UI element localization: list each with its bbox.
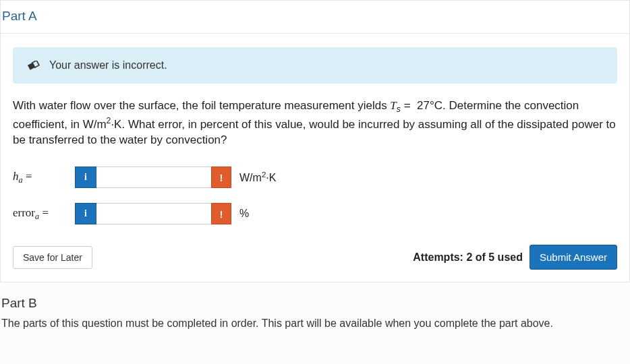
part-a-title: Part A (1, 9, 629, 24)
ha-input[interactable] (96, 166, 211, 188)
error-indicator-error: ! (211, 203, 231, 224)
question-text: With water flow over the surface, the fo… (13, 98, 617, 148)
unit-ha: W/m2·K (239, 171, 276, 184)
answer-row-error: errora = i ! % (13, 203, 617, 224)
attempts-text: Attempts: 2 of 5 used (413, 251, 523, 264)
feedback-text: Your answer is incorrect. (49, 59, 167, 71)
part-b-title: Part B (1, 296, 629, 311)
part-b-message: The parts of this question must be compl… (1, 317, 629, 330)
answer-label-error: errora = (13, 206, 75, 222)
eraser-icon (26, 61, 38, 70)
save-for-later-button[interactable]: Save for Later (13, 246, 92, 269)
answer-row-ha: ha = i ! W/m2·K (13, 166, 617, 188)
unit-error: % (239, 208, 249, 220)
error-input[interactable] (96, 203, 211, 224)
error-indicator-ha: ! (211, 166, 231, 188)
feedback-alert: Your answer is incorrect. (13, 47, 617, 84)
answer-label-ha: ha = (13, 170, 75, 185)
info-button-error[interactable]: i (75, 203, 96, 224)
submit-answer-button[interactable]: Submit Answer (529, 245, 617, 270)
info-button-ha[interactable]: i (75, 166, 96, 188)
